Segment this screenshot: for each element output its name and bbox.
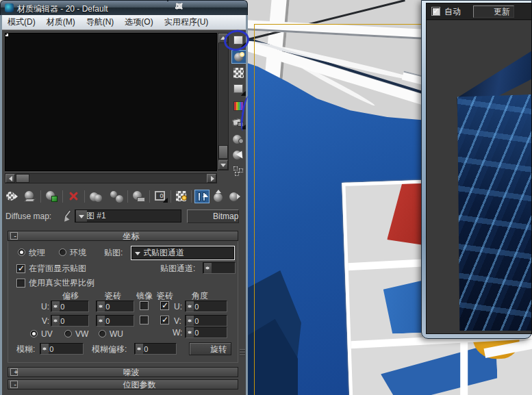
channel-label: 贴图通道:	[160, 264, 195, 273]
dropdown-arrow-button[interactable]	[75, 210, 87, 222]
assign-material-to-selection-icon[interactable]	[45, 190, 60, 203]
auto-checkbox[interactable]	[431, 7, 440, 16]
v-tile-spinner[interactable]: 1.0	[96, 315, 134, 327]
mapping-dropdown[interactable]: 显式贴图通道	[131, 246, 234, 259]
show-shaded-material-icon[interactable]	[175, 190, 190, 203]
coordinates-rollout-header[interactable]: - 坐标	[8, 231, 238, 241]
menu-bar: 模式(D) 材质(M) 导航(N) 选项(O) 实用程序(U)	[2, 15, 246, 30]
slots-hscrollbar[interactable]	[5, 173, 217, 183]
put-material-to-scene-icon[interactable]	[23, 190, 38, 203]
reset-map-icon[interactable]	[66, 190, 81, 203]
u-angle-spinner[interactable]: 0.0	[185, 301, 227, 312]
spinner-arrows[interactable]	[186, 301, 194, 311]
go-forward-to-sibling-icon[interactable]	[228, 190, 243, 203]
magnify-window[interactable]: 自动 更新	[421, 0, 532, 339]
blur-spinner[interactable]: 1.0	[40, 343, 84, 355]
preview-cube-front	[457, 94, 532, 331]
scroll-down-button[interactable]	[218, 160, 228, 170]
collapse-icon: -	[10, 381, 18, 388]
menu-navigation[interactable]: 导航(N)	[86, 16, 114, 28]
scroll-thumb[interactable]	[218, 145, 228, 159]
texture-radio[interactable]	[18, 249, 25, 256]
put-to-library-icon[interactable]	[131, 190, 147, 203]
material-toolbar: 0	[2, 188, 246, 206]
bitmap-params-rollout-header[interactable]: - 位图参数	[8, 379, 238, 390]
u-angle-label: U:	[174, 302, 182, 311]
noise-rollout-header[interactable]: + 噪波	[8, 367, 238, 377]
spinner-arrows[interactable]	[203, 263, 212, 273]
tile2-header: 瓷砖	[153, 291, 177, 301]
spinner-arrows[interactable]	[51, 316, 60, 326]
w-angle-label: W:	[173, 328, 182, 337]
u-mirror-checkbox[interactable]	[140, 301, 149, 310]
offset-header: 偏移	[55, 291, 86, 301]
show-end-result-icon[interactable]	[194, 190, 210, 203]
noise-title: 噪波	[123, 368, 140, 377]
make-material-copy-icon[interactable]	[89, 190, 104, 203]
scroll-right-button[interactable]	[207, 174, 216, 183]
bitmap-type-button[interactable]: Bitmap	[187, 209, 239, 223]
u-offset-spinner[interactable]: 0.0	[51, 301, 89, 312]
vw-radio[interactable]	[64, 330, 72, 337]
mirror-header: 镜像	[133, 291, 156, 301]
menu-mode[interactable]: 模式(D)	[8, 16, 36, 28]
map-channel-spinner[interactable]: 1	[203, 262, 236, 274]
material-id-channel-icon[interactable]: 0	[153, 190, 168, 203]
title-bar[interactable]: 材质编辑器 - 20 - Default	[0, 0, 248, 15]
sample-uv-tiling-icon[interactable]	[231, 83, 246, 97]
wu-radio[interactable]	[99, 330, 106, 337]
backface-checkbox[interactable]	[16, 264, 25, 273]
environ-label: 环境	[70, 248, 86, 257]
u-tile-checkbox[interactable]	[160, 301, 169, 310]
spinner-arrows[interactable]	[51, 301, 60, 311]
get-material-icon[interactable]	[5, 190, 20, 203]
menu-options[interactable]: 选项(O)	[125, 16, 153, 28]
blur-label: 模糊:	[16, 344, 35, 354]
spinner-arrows[interactable]	[97, 301, 105, 311]
update-button[interactable]: 更新	[473, 5, 514, 18]
v-mirror-checkbox[interactable]	[140, 316, 149, 324]
v-offset-spinner[interactable]: 0.0	[51, 315, 89, 327]
dropdown-arrow-button[interactable]	[132, 247, 144, 259]
u-tile-spinner[interactable]: 1.0	[96, 301, 134, 312]
material-map-navigator-icon[interactable]	[231, 164, 246, 178]
w-angle-spinner[interactable]: 0.0	[185, 327, 227, 338]
spinner-arrows[interactable]	[186, 316, 194, 326]
backlight-icon[interactable]	[231, 50, 246, 64]
panel-resize-grip[interactable]	[240, 349, 246, 360]
bitmap-params-title: 位图参数	[123, 380, 156, 390]
menu-utilities[interactable]: 实用程序(U)	[164, 16, 209, 28]
material-editor-window: 材质编辑器 - 20 - Default 模式(D) 材质(M) 导航(N)	[0, 0, 248, 395]
scroll-thumb[interactable]	[16, 174, 29, 183]
v-angle-spinner[interactable]: 0.0	[185, 315, 227, 327]
go-to-parent-icon[interactable]	[212, 190, 227, 203]
options-icon[interactable]	[231, 133, 246, 146]
spinner-arrows[interactable]	[40, 344, 49, 354]
tile-header: 瓷砖	[97, 291, 129, 301]
make-unique-icon[interactable]	[110, 190, 125, 203]
pick-material-icon[interactable]	[61, 209, 73, 222]
scroll-left-button[interactable]	[5, 174, 15, 183]
rotate-button[interactable]: 旋转	[189, 342, 231, 355]
sample-slots	[5, 33, 217, 171]
spinner-arrows[interactable]	[135, 344, 143, 354]
environ-radio[interactable]	[59, 249, 66, 256]
realworld-label: 使用真实世界比例	[29, 278, 94, 288]
map-name-dropdown[interactable]: 贴图 #1	[75, 209, 181, 222]
selection-line-vertical	[254, 24, 255, 395]
blur-offset-spinner[interactable]: 0.0	[134, 343, 177, 355]
realworld-checkbox[interactable]	[16, 279, 25, 288]
blur-offset-label: 模糊偏移:	[92, 344, 127, 354]
slot-sphere-3[interactable]	[5, 34, 7, 35]
background-icon[interactable]	[231, 66, 246, 80]
spinner-arrows[interactable]	[186, 327, 194, 337]
uv-radio[interactable]	[30, 330, 38, 337]
select-by-material-icon[interactable]	[231, 149, 246, 162]
slots-vscrollbar[interactable]	[218, 33, 229, 170]
preview-area	[427, 21, 532, 334]
auto-label: 自动	[444, 7, 461, 16]
v-tile-checkbox[interactable]	[160, 316, 169, 324]
spinner-arrows[interactable]	[97, 316, 105, 326]
map-name-row: Diffuse map: 贴图 #1 Bitmap	[2, 207, 246, 225]
menu-material[interactable]: 材质(M)	[47, 16, 75, 28]
